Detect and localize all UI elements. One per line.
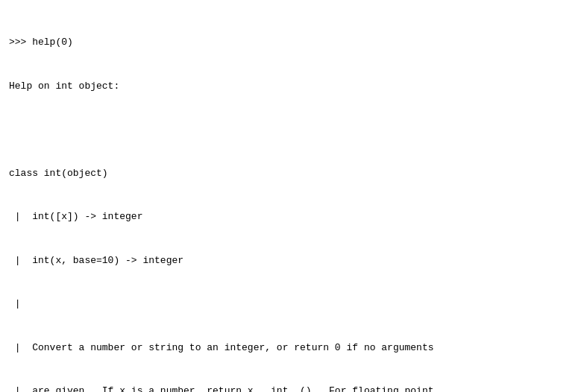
line-int-sig2: | int(x, base=10) -> integer <box>9 253 578 268</box>
convert1-text: | Convert a number or string to an integ… <box>9 342 434 353</box>
int-sig1-text: | int([x]) -> integer <box>9 211 142 222</box>
class-def-text: class int(object) <box>9 168 108 179</box>
convert2-text: | are given. If x is a number, return x.… <box>9 385 434 392</box>
line-help-header: Help on int object: <box>9 79 578 94</box>
int-sig2-text: | int(x, base=10) -> integer <box>9 255 183 266</box>
prompt-text: >>> help(0) <box>9 37 73 48</box>
line-prompt: >>> help(0) <box>9 35 578 50</box>
line-blank1 <box>9 122 578 137</box>
line-pipe1: | <box>9 297 578 312</box>
line-class-def: class int(object) <box>9 166 578 181</box>
pipe1-text: | <box>9 298 21 309</box>
line-int-sig1: | int([x]) -> integer <box>9 209 578 224</box>
python-help-output: >>> help(0) Help on int object: class in… <box>9 6 578 392</box>
line-convert2: | are given. If x is a number, return x.… <box>9 384 578 392</box>
help-header-text: Help on int object: <box>9 80 119 92</box>
line-convert1: | Convert a number or string to an integ… <box>9 341 578 355</box>
